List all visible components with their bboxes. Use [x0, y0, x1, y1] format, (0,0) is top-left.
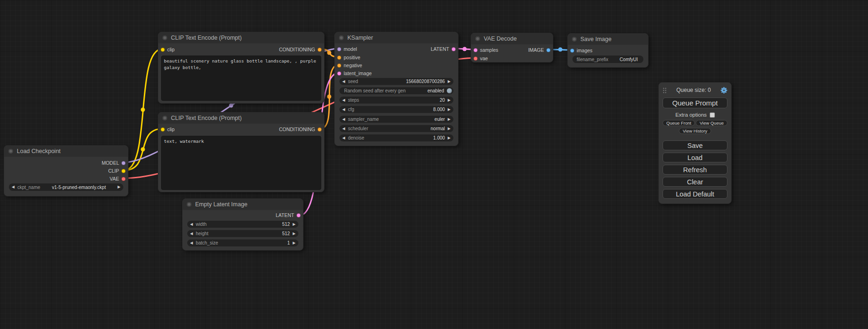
decrement-arrow-icon[interactable]: ◀: [342, 127, 345, 131]
widget-seed[interactable]: ◀ seed 156680208700286 ▶: [339, 78, 453, 85]
input-port-samples-icon[interactable]: [473, 48, 478, 52]
widget-label: sampler_name: [348, 117, 379, 122]
node-save-image[interactable]: Save Image images filename_prefix ComfyU…: [567, 33, 649, 68]
extra-options-checkbox[interactable]: [710, 112, 715, 118]
widget-denoise[interactable]: ◀ denoise 1.000 ▶: [339, 134, 453, 141]
widget-batch-size[interactable]: ◀ batch_size 1 ▶: [187, 239, 298, 246]
node-title-bar[interactable]: VAE Decode: [471, 33, 553, 44]
widget-sampler-name[interactable]: ◀ sampler_name euler ▶: [339, 116, 453, 123]
node-vae-decode[interactable]: VAE Decode samples vae IMAGE: [471, 33, 553, 63]
load-button[interactable]: Load: [663, 153, 727, 162]
widget-label: scheduler: [348, 126, 368, 131]
view-queue-button[interactable]: View Queue: [696, 120, 727, 126]
node-clip-text-encode-negative[interactable]: CLIP Text Encode (Prompt) clip CONDITION…: [158, 112, 325, 192]
widget-filename-prefix[interactable]: filename_prefix ComfyUI: [572, 56, 643, 63]
output-port-conditioning-icon[interactable]: [318, 48, 322, 52]
collapse-dot-icon[interactable]: [187, 202, 191, 207]
widget-scheduler[interactable]: ◀ scheduler normal ▶: [339, 125, 453, 132]
output-port-image-icon[interactable]: [546, 48, 550, 52]
widget-cfg[interactable]: ◀ cfg 8.000 ▶: [339, 106, 453, 113]
input-port-model-icon[interactable]: [337, 47, 341, 51]
node-load-checkpoint[interactable]: Load Checkpoint MODEL CLIP VAE ◀ ckpt_na…: [4, 145, 128, 196]
collapse-dot-icon[interactable]: [8, 149, 13, 154]
increment-arrow-icon[interactable]: ▶: [448, 136, 451, 140]
input-port-vae-icon[interactable]: [473, 56, 478, 61]
increment-arrow-icon[interactable]: ▶: [448, 118, 451, 121]
decrement-arrow-icon[interactable]: ◀: [190, 223, 193, 226]
collapse-dot-icon[interactable]: [339, 35, 344, 40]
node-title-bar[interactable]: CLIP Text Encode (Prompt): [158, 32, 324, 43]
collapse-dot-icon[interactable]: [572, 37, 577, 42]
refresh-button[interactable]: Refresh: [663, 165, 727, 175]
node-clip-text-encode-positive[interactable]: CLIP Text Encode (Prompt) clip CONDITION…: [158, 32, 325, 104]
slot-label: vae: [480, 56, 488, 61]
decrement-arrow-icon[interactable]: ◀: [342, 136, 345, 140]
positive-prompt-textarea[interactable]: beautiful scenery nature glass bottle la…: [161, 56, 321, 101]
widget-value: normal: [371, 126, 445, 131]
input-slot-clip: clip: [161, 126, 175, 133]
output-port-latent-icon[interactable]: [296, 213, 301, 217]
increment-arrow-icon[interactable]: ▶: [293, 223, 296, 226]
decrement-arrow-icon[interactable]: ◀: [342, 118, 345, 121]
save-button[interactable]: Save: [663, 140, 727, 150]
negative-prompt-textarea[interactable]: text, watermark: [161, 136, 321, 190]
output-port-conditioning-icon[interactable]: [318, 127, 322, 132]
drag-handle-icon[interactable]: [663, 87, 667, 93]
queue-small-buttons-row: Queue Front View Queue: [663, 120, 727, 126]
collapse-dot-icon[interactable]: [162, 35, 167, 40]
node-title-bar[interactable]: Save Image: [568, 34, 648, 45]
output-port-clip-icon[interactable]: [121, 169, 126, 173]
increment-arrow-icon[interactable]: ▶: [448, 127, 451, 131]
node-empty-latent-image[interactable]: Empty Latent Image LATENT ◀ width 512 ▶ …: [182, 198, 303, 251]
node-title-bar[interactable]: CLIP Text Encode (Prompt): [158, 112, 324, 124]
input-port-negative-icon[interactable]: [337, 63, 341, 68]
load-default-button[interactable]: Load Default: [663, 189, 727, 199]
widget-value: 1: [221, 240, 290, 245]
output-port-latent-icon[interactable]: [452, 47, 456, 51]
slot-label: images: [577, 48, 593, 53]
node-title-bar[interactable]: KSampler: [335, 32, 458, 43]
input-port-clip-icon[interactable]: [161, 48, 165, 52]
widget-height[interactable]: ◀ height 512 ▶: [187, 230, 298, 237]
input-port-clip-icon[interactable]: [161, 127, 165, 132]
decrement-arrow-icon[interactable]: ◀: [342, 108, 345, 112]
decrement-arrow-icon[interactable]: ◀: [12, 185, 14, 189]
widget-width[interactable]: ◀ width 512 ▶: [187, 221, 298, 228]
toggle-knob-icon[interactable]: [447, 88, 452, 93]
widget-ckpt-name[interactable]: ◀ ckpt_name v1-5-pruned-emaonly.ckpt ▶: [9, 183, 123, 191]
settings-gear-icon[interactable]: [720, 87, 727, 94]
decrement-arrow-icon[interactable]: ◀: [342, 98, 345, 102]
queue-front-button[interactable]: Queue Front: [663, 120, 695, 126]
widget-value: ComfyUI: [611, 57, 641, 62]
input-port-positive-icon[interactable]: [337, 56, 341, 60]
output-port-vae-icon[interactable]: [121, 177, 126, 181]
node-ksampler[interactable]: KSampler model positive negative latent_…: [334, 32, 459, 146]
increment-arrow-icon[interactable]: ▶: [293, 241, 296, 245]
increment-arrow-icon[interactable]: ▶: [448, 80, 451, 84]
increment-arrow-icon[interactable]: ▶: [448, 98, 451, 102]
clear-button[interactable]: Clear: [663, 177, 727, 187]
queue-prompt-button[interactable]: Queue Prompt: [663, 98, 727, 108]
increment-arrow-icon[interactable]: ▶: [448, 108, 451, 112]
output-slot-vae: VAE: [110, 175, 126, 182]
widget-label: height: [196, 231, 208, 236]
node-title-bar[interactable]: Load Checkpoint: [4, 146, 128, 157]
collapse-dot-icon[interactable]: [162, 116, 167, 120]
decrement-arrow-icon[interactable]: ◀: [190, 232, 193, 236]
widget-label: width: [196, 222, 206, 227]
node-title-bar[interactable]: Empty Latent Image: [183, 199, 303, 210]
input-port-images-icon[interactable]: [570, 49, 574, 53]
decrement-arrow-icon[interactable]: ◀: [190, 241, 193, 245]
output-slot-model: MODEL: [102, 160, 126, 166]
output-slot-latent: LATENT: [431, 46, 456, 52]
output-port-model-icon[interactable]: [121, 161, 126, 165]
increment-arrow-icon[interactable]: ▶: [118, 185, 120, 189]
view-history-button[interactable]: View History: [679, 128, 711, 134]
input-port-latent-image-icon[interactable]: [337, 71, 341, 76]
slot-label: CLIP: [108, 168, 119, 174]
increment-arrow-icon[interactable]: ▶: [293, 232, 296, 236]
widget-random-seed-toggle[interactable]: Random seed after every gen enabled: [339, 87, 453, 94]
collapse-dot-icon[interactable]: [475, 36, 480, 41]
widget-steps[interactable]: ◀ steps 20 ▶: [339, 97, 453, 104]
decrement-arrow-icon[interactable]: ◀: [342, 80, 345, 84]
